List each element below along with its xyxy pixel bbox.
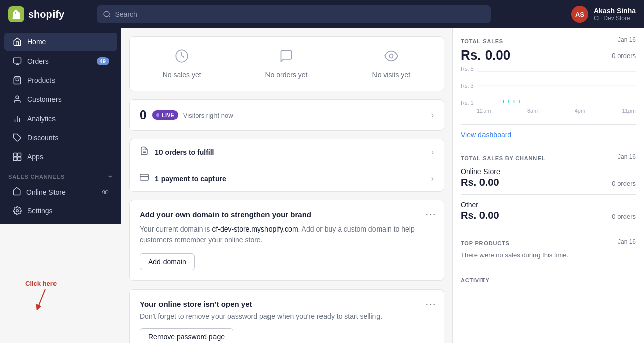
- total-sales-date: Jan 16: [618, 36, 636, 43]
- total-by-channel-date: Jan 16: [618, 153, 636, 160]
- sidebar-item-products[interactable]: Products: [4, 71, 117, 89]
- user-info: Akash Sinha CF Dev Store: [594, 7, 636, 22]
- live-badge: LIVE: [152, 110, 178, 120]
- channel-online-store-value: Rs. 0.00: [461, 177, 499, 188]
- home-icon: [12, 37, 22, 47]
- sidebar-item-customers[interactable]: Customers: [4, 90, 117, 108]
- content-area: No sales yet No orders yet No visits yet…: [121, 28, 452, 343]
- shopify-logo: shopify: [8, 6, 89, 22]
- sales-channels-label: SALES CHANNELS: [8, 174, 65, 180]
- store-card-title: Your online store isn't open yet: [140, 300, 434, 308]
- discounts-icon: [12, 133, 22, 143]
- sidebar-item-online-store[interactable]: Online Store 👁: [4, 183, 117, 201]
- stat-sales-label: No sales yet: [163, 71, 201, 79]
- sidebar-label-orders: Orders: [27, 57, 49, 65]
- orders-stat-icon: [279, 49, 293, 67]
- sidebar-label-customers: Customers: [27, 95, 62, 103]
- stat-orders-label: No orders yet: [265, 71, 307, 79]
- click-arrow: [35, 287, 66, 312]
- svg-point-0: [104, 11, 109, 16]
- sidebar-label-apps: Apps: [27, 153, 43, 161]
- sidebar-item-analytics[interactable]: Analytics: [4, 109, 117, 128]
- remove-password-button[interactable]: Remove password page: [140, 328, 233, 343]
- store-card: ⋯ Your online store isn't open yet Don't…: [129, 289, 444, 343]
- avatar: AS: [571, 6, 588, 23]
- user-name: Akash Sinha: [594, 7, 636, 15]
- logo-text: shopify: [28, 9, 64, 20]
- live-dot: [156, 113, 159, 117]
- chart-area: Rs. 5 Rs. 3 Rs. 1: [461, 66, 636, 106]
- orders-fulfill-text: 10 orders to fulfill: [155, 148, 214, 156]
- x-label-12am: 12am: [477, 108, 491, 114]
- shopify-logo-icon: [8, 6, 24, 22]
- domain-link[interactable]: cf-dev-store.myshopify.com: [212, 225, 298, 233]
- sales-icon: [175, 49, 189, 67]
- sidebar-wrapper: Home Orders 49 Products Customers: [0, 28, 121, 343]
- top-products-empty: There were no sales during this time.: [461, 251, 636, 259]
- sidebar-item-discounts[interactable]: Discounts: [4, 129, 117, 147]
- sidebar: Home Orders 49 Products Customers: [0, 28, 121, 224]
- y-label-3: Rs. 3: [461, 83, 474, 89]
- total-by-channel-section: TOTAL SALES BY CHANNEL Jan 16 Online Sto…: [461, 153, 636, 221]
- y-label-5: Rs. 5: [461, 66, 474, 72]
- sidebar-item-orders[interactable]: Orders 49: [4, 52, 117, 70]
- store-card-menu[interactable]: ⋯: [425, 298, 436, 310]
- payment-chevron-icon: ›: [431, 174, 434, 183]
- activity-section: ACTIVITY: [461, 275, 636, 284]
- channel-online-store: Online Store Rs. 0.00 0 orders: [461, 167, 636, 188]
- orders-card: 10 orders to fulfill › 1 payment to capt…: [129, 139, 444, 192]
- store-name: CF Dev Store: [594, 15, 636, 22]
- view-dashboard-link[interactable]: View dashboard: [461, 131, 636, 139]
- domain-card: ⋯ Add your own domain to strengthen your…: [129, 200, 444, 281]
- payment-count: 1 payment: [155, 175, 190, 183]
- stat-sales: No sales yet: [130, 37, 234, 91]
- svg-rect-8: [14, 153, 17, 157]
- channel-other-name: Other: [461, 201, 636, 209]
- svg-point-14: [390, 54, 393, 58]
- fulfill-icon: [140, 146, 149, 158]
- search-input[interactable]: [115, 10, 485, 18]
- sidebar-item-home[interactable]: Home: [4, 33, 117, 51]
- visitors-chevron-icon: ›: [431, 110, 434, 120]
- channel-other: Other Rs. 0.00 0 orders: [461, 201, 636, 221]
- chart-y-labels: Rs. 5 Rs. 3 Rs. 1: [461, 66, 474, 106]
- sidebar-label-settings: Settings: [27, 207, 53, 215]
- search-bar[interactable]: [97, 5, 491, 23]
- activity-label: ACTIVITY: [461, 277, 490, 283]
- payment-capture-row[interactable]: 1 payment to capture ›: [130, 165, 444, 191]
- x-label-4pm: 4pm: [575, 108, 585, 114]
- products-icon: [12, 75, 22, 85]
- visitors-count: 0: [140, 108, 146, 122]
- domain-card-text: Your current domain is cf-dev-store.mysh…: [140, 224, 434, 245]
- svg-rect-17: [140, 174, 149, 180]
- channel-online-store-orders: 0 orders: [612, 180, 636, 187]
- x-label-11pm: 11pm: [622, 108, 636, 114]
- svg-rect-9: [18, 153, 21, 157]
- apps-icon: [12, 152, 22, 162]
- orders-fulfill-count: 10 orders: [155, 148, 187, 156]
- domain-card-title: Add your own domain to strengthen your b…: [140, 210, 434, 219]
- domain-card-menu[interactable]: ⋯: [425, 208, 436, 220]
- sidebar-item-apps[interactable]: Apps: [4, 148, 117, 166]
- orders-icon: [12, 56, 22, 66]
- stat-visits: No visits yet: [339, 37, 444, 91]
- sidebar-label-analytics: Analytics: [27, 115, 56, 123]
- orders-fulfill-rest: to fulfill: [187, 148, 214, 156]
- fulfill-chevron-icon: ›: [431, 148, 434, 157]
- online-store-eye-icon[interactable]: 👁: [102, 188, 109, 196]
- payment-rest: to capture: [190, 175, 226, 183]
- payment-icon: [140, 173, 149, 184]
- add-domain-button[interactable]: Add domain: [140, 253, 195, 270]
- sidebar-item-settings[interactable]: Settings: [4, 202, 117, 220]
- payment-text: 1 payment to capture: [155, 175, 226, 183]
- orders-fulfill-row[interactable]: 10 orders to fulfill ›: [130, 139, 444, 165]
- total-sales-label: TOTAL SALES: [461, 38, 503, 44]
- divider-3: [461, 194, 636, 195]
- main-layout: Home Orders 49 Products Customers: [0, 28, 644, 343]
- stats-row: No sales yet No orders yet No visits yet: [129, 36, 444, 91]
- visitors-card[interactable]: 0 LIVE Visitors right now ›: [129, 99, 444, 131]
- add-channel-icon[interactable]: ＋: [107, 173, 113, 180]
- top-products-date: Jan 16: [618, 238, 636, 245]
- divider-4: [461, 232, 636, 232]
- channel-other-orders: 0 orders: [612, 213, 636, 220]
